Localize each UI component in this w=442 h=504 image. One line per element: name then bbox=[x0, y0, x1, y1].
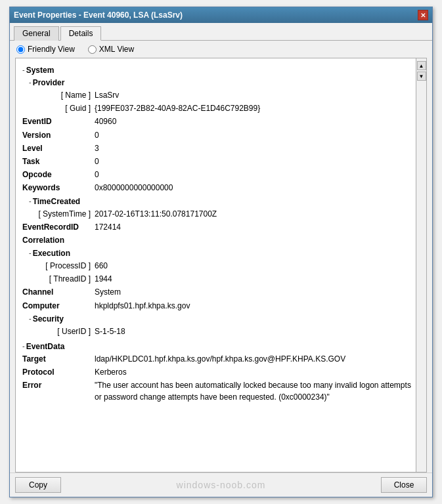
friendly-view-option[interactable]: Friendly View bbox=[16, 45, 75, 54]
threadid-row: [ ThreadID ] 1944 bbox=[22, 273, 413, 285]
window-close-button[interactable]: ✕ bbox=[418, 10, 428, 20]
watermark: windows-noob.com bbox=[174, 477, 269, 493]
view-options: Friendly View XML View bbox=[10, 41, 432, 58]
level-row: Level 3 bbox=[22, 142, 413, 155]
system-section-header: - System bbox=[22, 64, 413, 76]
eventid-row: EventID 40960 bbox=[22, 116, 413, 128]
version-row: Version 0 bbox=[22, 129, 413, 142]
event-properties-window: Event Properties - Event 40960, LSA (Lsa… bbox=[9, 7, 433, 497]
close-button[interactable]: Close bbox=[381, 477, 427, 493]
tab-general[interactable]: General bbox=[14, 26, 59, 41]
channel-row: Channel System bbox=[22, 286, 413, 299]
tabs-bar: General Details bbox=[10, 23, 432, 41]
computer-row: Computer hkpldpfs01.hpf.khpa.ks.gov bbox=[22, 300, 413, 312]
userid-row: [ UserID ] S-1-5-18 bbox=[22, 326, 413, 338]
tab-details[interactable]: Details bbox=[60, 26, 102, 41]
task-row: Task 0 bbox=[22, 156, 413, 168]
scroll-down-button[interactable]: ▼ bbox=[417, 72, 426, 81]
systemtime-row: [ SystemTime ] 2017-02-16T13:11:50.07817… bbox=[22, 208, 413, 220]
provider-header: - Provider bbox=[29, 77, 413, 89]
target-row: Target ldap/HKPLDC01.hpf.khpa.ks.gov/hpf… bbox=[22, 353, 413, 366]
processid-row: [ ProcessID ] 660 bbox=[22, 260, 413, 272]
scroll-area[interactable]: - System - Provider [ Name ] LsaSrv [ Gu… bbox=[16, 58, 416, 472]
protocol-row: Protocol Kerberos bbox=[22, 366, 413, 379]
timecreated-header: - TimeCreated bbox=[29, 196, 413, 207]
eventdata-section-header: - EventData bbox=[22, 341, 413, 352]
event-details-content: - System - Provider [ Name ] LsaSrv [ Gu… bbox=[15, 58, 427, 472]
opcode-row: Opcode 0 bbox=[22, 169, 413, 181]
keywords-row: Keywords 0x8000000000000000 bbox=[22, 182, 413, 194]
scroll-up-button[interactable]: ▲ bbox=[417, 61, 426, 70]
correlation-row: Correlation bbox=[22, 234, 413, 247]
execution-header: - Execution bbox=[29, 247, 413, 259]
provider-name-row: [ Name ] LsaSrv bbox=[22, 89, 413, 102]
copy-button[interactable]: Copy bbox=[15, 477, 61, 493]
scrollbar: ▲ ▼ bbox=[416, 58, 426, 472]
title-bar: Event Properties - Event 40960, LSA (Lsa… bbox=[10, 7, 432, 23]
security-header: - Security bbox=[29, 313, 413, 325]
provider-guid-row: [ Guid ] {199FE037-2B82-40A9-82AC-E1D46C… bbox=[22, 102, 413, 115]
xml-view-option[interactable]: XML View bbox=[88, 45, 134, 54]
error-row: Error "The user account has been automat… bbox=[22, 379, 413, 403]
eventrecordid-row: EventRecordID 172414 bbox=[22, 221, 413, 234]
bottom-bar: Copy windows-noob.com Close bbox=[10, 472, 432, 497]
window-title: Event Properties - Event 40960, LSA (Lsa… bbox=[14, 10, 183, 20]
